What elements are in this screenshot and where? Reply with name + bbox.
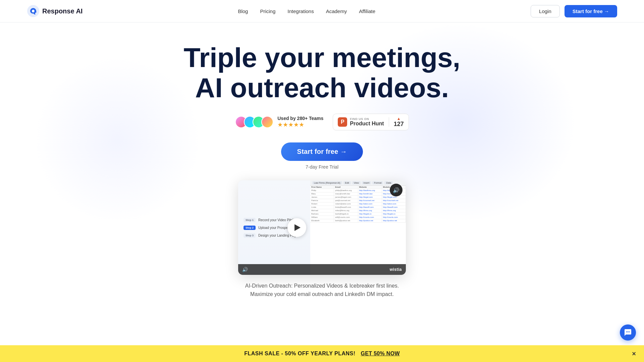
subtitle-line1: AI-Driven Outreach: Personalized Videos … bbox=[245, 282, 399, 290]
table-row: Robert robert@attor.com http://attor.com… bbox=[310, 202, 406, 206]
chat-icon bbox=[624, 328, 632, 337]
step-3-badge: Step 3 bbox=[244, 233, 256, 238]
spreadsheet-tab: Law Firms (Response AI) bbox=[312, 181, 342, 184]
wistia-logo: wistia bbox=[390, 267, 402, 272]
logo[interactable]: Response AI bbox=[27, 5, 83, 17]
table-row: Michael mike@firms.org http://firms.org … bbox=[310, 209, 406, 213]
logo-icon bbox=[27, 5, 40, 17]
teams-badge: Used by 280+ Teams ★★★★★ bbox=[235, 116, 323, 128]
hero-title-line2: AI outreach videos. bbox=[195, 72, 449, 103]
table-row: Elizabeth beth@justice.net http://justic… bbox=[310, 219, 406, 223]
hero-title-line1: Triple your meetings, bbox=[184, 42, 461, 73]
step-1-text: Record your Video Pitch bbox=[258, 218, 294, 222]
hero-section: Triple your meetings, AI outreach videos… bbox=[0, 22, 644, 312]
hero-cta: Start for free → 7-day Free Trial bbox=[281, 142, 363, 170]
flash-sale-text: FLASH SALE - 50% OFF YEARLY PLANS! bbox=[244, 351, 355, 357]
nav-actions: Login Start for free → bbox=[531, 5, 617, 17]
video-inner: 🔊 Step 1 Record your Video Pitch Step 2 … bbox=[238, 180, 406, 275]
ph-arrow-icon: ▲ bbox=[397, 117, 401, 121]
col-header-3: Website bbox=[358, 186, 382, 189]
spreadsheet-tab4: Insert bbox=[362, 181, 371, 184]
step-1-badge: Step 1 bbox=[244, 218, 256, 222]
teams-text: Used by 280+ Teams ★★★★★ bbox=[277, 116, 323, 128]
nav-integrations[interactable]: Integrations bbox=[287, 8, 314, 14]
teams-label: Used by 280+ Teams bbox=[277, 116, 323, 121]
nav-blog[interactable]: Blog bbox=[238, 8, 248, 14]
start-button[interactable]: Start for free → bbox=[565, 5, 617, 17]
nav-affiliate[interactable]: Affiliate bbox=[359, 8, 375, 14]
producthunt-badge[interactable]: P FIND US ON Product Hunt ▲ 127 bbox=[333, 114, 409, 130]
col-header-1: First Name bbox=[310, 186, 334, 189]
nav-links: Blog Pricing Integrations Academy Affili… bbox=[238, 8, 375, 14]
avatar bbox=[261, 116, 273, 128]
play-button[interactable] bbox=[287, 218, 306, 237]
spreadsheet-tab5: Format bbox=[372, 181, 383, 184]
navbar: Response AI Blog Pricing Integrations Ac… bbox=[0, 0, 644, 22]
hero-subtitle: AI-Driven Outreach: Personalized Videos … bbox=[245, 282, 399, 299]
step-2-badge: Step 2 bbox=[244, 226, 256, 230]
svg-point-4 bbox=[629, 331, 630, 333]
hero-badges: Used by 280+ Teams ★★★★★ P FIND US ON Pr… bbox=[235, 114, 409, 130]
svg-point-1 bbox=[32, 10, 35, 12]
nav-pricing[interactable]: Pricing bbox=[260, 8, 275, 14]
avatar-group bbox=[235, 116, 273, 128]
star-rating: ★★★★★ bbox=[277, 121, 323, 128]
table-row: Linda linda@lawoff.com http://lawoff.com… bbox=[310, 206, 406, 209]
ph-text: FIND US ON Product Hunt bbox=[350, 117, 384, 127]
brand-name: Response AI bbox=[42, 7, 83, 15]
ph-count-area: ▲ 127 bbox=[389, 115, 409, 129]
table-row: James james@legal.com http://legal.com h… bbox=[310, 196, 406, 199]
ph-vote-count: 127 bbox=[394, 121, 404, 128]
ph-find-text: FIND US ON bbox=[350, 117, 384, 121]
table-row: Barbara barb@legals.io http://legals.io … bbox=[310, 213, 406, 216]
spreadsheet-tab2: Edit bbox=[343, 181, 351, 184]
hero-title: Triple your meetings, AI outreach videos… bbox=[184, 43, 461, 103]
table-row: Patricia pat@counsel.net http://counsel.… bbox=[310, 199, 406, 202]
svg-point-2 bbox=[626, 331, 627, 333]
video-bar: 🔊 wistia bbox=[238, 264, 406, 275]
bar-sound-icon[interactable]: 🔊 bbox=[242, 267, 248, 272]
video-container: 🔊 Step 1 Record your Video Pitch Step 2 … bbox=[238, 180, 406, 275]
ph-left: P FIND US ON Product Hunt bbox=[333, 117, 389, 127]
spreadsheet-tab3: View bbox=[352, 181, 361, 184]
chat-bubble-button[interactable] bbox=[620, 324, 636, 341]
hero-start-button[interactable]: Start for free → bbox=[281, 142, 363, 161]
nav-academy[interactable]: Academy bbox=[326, 8, 347, 14]
login-button[interactable]: Login bbox=[531, 5, 560, 17]
ph-logo-icon: P bbox=[338, 117, 347, 127]
flash-close-button[interactable]: × bbox=[632, 350, 636, 358]
trial-text: 7-day Free Trial bbox=[306, 164, 338, 170]
ph-name: Product Hunt bbox=[350, 121, 384, 127]
svg-point-3 bbox=[628, 331, 629, 333]
spreadsheet-tab6: Data bbox=[384, 181, 393, 184]
col-header-2: Email bbox=[334, 186, 358, 189]
flash-banner: FLASH SALE - 50% OFF YEARLY PLANS! GET 5… bbox=[0, 345, 644, 362]
table-row: William will@courts.com http://courts.co… bbox=[310, 216, 406, 219]
flash-cta-link[interactable]: GET 50% NOW bbox=[361, 351, 400, 357]
play-icon bbox=[294, 224, 301, 231]
subtitle-line2: Maximize your cold email outreach and Li… bbox=[245, 290, 399, 299]
